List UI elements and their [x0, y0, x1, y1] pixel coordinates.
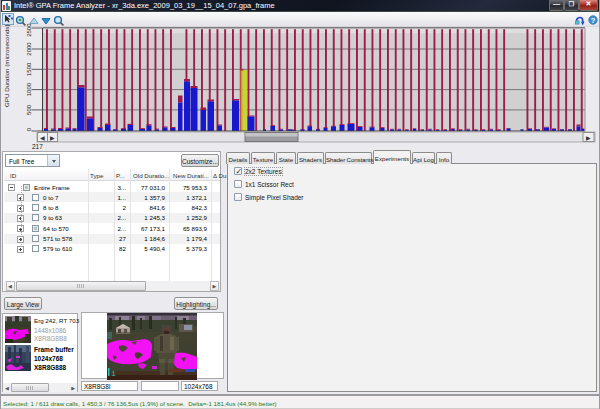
svg-text:2500: 2500: [26, 23, 32, 37]
svg-text:?: ?: [591, 16, 596, 25]
svg-text:0: 0: [26, 127, 32, 131]
svg-text:1500: 1500: [26, 62, 32, 76]
svg-text:▶: ▶: [50, 135, 55, 141]
svg-text:2000: 2000: [26, 42, 32, 56]
svg-text:▶: ▶: [586, 135, 591, 141]
svg-text:1: 1: [111, 369, 116, 378]
svg-text:◀: ◀: [40, 135, 45, 141]
svg-text:GPU Duration (microseconds): GPU Duration (microseconds): [3, 24, 10, 107]
svg-text:217: 217: [32, 143, 43, 150]
svg-text:500: 500: [26, 104, 32, 115]
svg-text:1000: 1000: [26, 82, 32, 96]
